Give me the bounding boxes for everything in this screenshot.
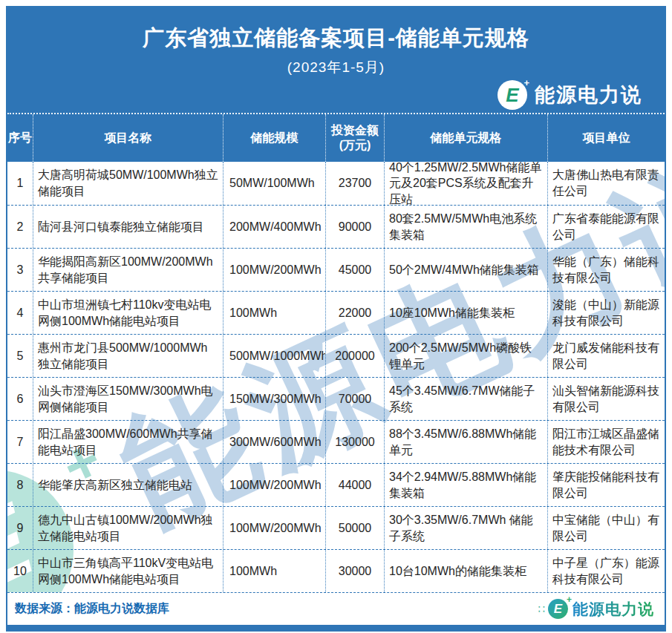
- cell-index: 10: [7, 550, 33, 592]
- cell-company: 龙门威发储能科技有限公司: [547, 335, 665, 377]
- cell-project-name: 惠州市龙门县500MW/1000MWh独立储能项目: [33, 335, 223, 377]
- col-header-investment: 投资金额 (万元): [325, 114, 384, 162]
- table-row: 8 华能肇庆高新区独立储能电站 100MW/200MWh 44000 34个2.…: [7, 463, 665, 506]
- cell-investment: 23700: [325, 162, 384, 205]
- cell-scale: 50MW/100MWh: [223, 162, 325, 205]
- col-header-scale: 储能规模: [223, 114, 325, 162]
- title-band: 广东省独立储能备案项目-储能单元规格 (2023年1-5月) E + 能源电力说: [7, 6, 665, 113]
- table-row: 9 德九中山古镇100MW/200MWh独立储能电站项目 100MW/200MW…: [7, 506, 665, 549]
- cell-unit-spec: 10台10MWh的储能集装柜: [384, 550, 547, 592]
- table-body: E + 能源电力说 1 大唐高明荷城50MW/100MWh独立储能项目 50MW…: [7, 162, 665, 592]
- table-row: 1 大唐高明荷城50MW/100MWh独立储能项目 50MW/100MWh 23…: [7, 162, 665, 205]
- data-source-label: 数据来源：能源电力说数据库: [15, 601, 169, 617]
- cell-unit-spec: 30个3.35MW/6.7MWh 储能子系统: [384, 507, 547, 549]
- cell-scale: 100MW/200MWh: [223, 507, 325, 549]
- cell-project-name: 德九中山古镇100MW/200MWh独立储能电站项目: [33, 507, 223, 549]
- cell-unit-spec: 40个1.25MW/2.5MWh储能单元及20套PCS系统及配套升压站: [384, 162, 547, 205]
- cell-index: 4: [7, 292, 33, 334]
- table-row: 3 华能揭阳高新区100MW/200MWh共享储能项目 100MW/200MWh…: [7, 248, 665, 291]
- cell-investment: 45000: [325, 249, 384, 291]
- col-header-unit-spec: 储能单元规格: [384, 114, 547, 162]
- cell-project-name: 大唐高明荷城50MW/100MWh独立储能项目: [33, 162, 223, 205]
- cell-scale: 500MW/1000MWh: [223, 335, 325, 377]
- bottom-accent-bar: [7, 625, 665, 632]
- cell-unit-spec: 50个2MW/4MWh储能集装箱: [384, 249, 547, 291]
- cell-index: 7: [7, 421, 33, 463]
- cell-project-name: 阳江晶盛300MW/600MWh共享储能电站项目: [33, 421, 223, 463]
- header-brand: E + 能源电力说: [498, 80, 642, 110]
- cell-investment: 130000: [325, 421, 384, 463]
- page-title: 广东省独立储能备案项目-储能单元规格: [7, 25, 665, 51]
- infographic-panel: 广东省独立储能备案项目-储能单元规格 (2023年1-5月) E + 能源电力说…: [6, 6, 666, 632]
- cell-index: 5: [7, 335, 33, 377]
- cell-project-name: 华能揭阳高新区100MW/200MWh共享储能项目: [33, 249, 223, 291]
- cell-unit-spec: 88个3.45MW/6.88MWh储能单元: [384, 421, 547, 463]
- cell-index: 9: [7, 507, 33, 549]
- cell-company: 中宝储能（中山）有限公司: [547, 507, 665, 549]
- cell-company: 阳江市江城区晶盛储能技术有限公司: [547, 421, 665, 463]
- cell-company: 大唐佛山热电有限责任公司: [547, 162, 665, 205]
- cell-scale: 150MW/300MWh: [223, 378, 325, 420]
- logo-plus-icon: +: [523, 77, 529, 88]
- footer-logo-letter: E: [554, 602, 562, 617]
- brand-logo-icon: E +: [498, 80, 527, 110]
- cell-project-name: 中山市三角镇高平110kV变电站电网侧100MWh储能电站项目: [33, 550, 223, 592]
- cell-index: 8: [7, 464, 33, 506]
- cell-investment: 50000: [325, 507, 384, 549]
- cell-unit-spec: 200个2.5MW/5MWh磷酸铁锂单元: [384, 335, 547, 377]
- cell-project-name: 中山市坦洲镇七村110kv变电站电网侧100MWh储能电站项目: [33, 292, 223, 334]
- logo-dots-icon: ∷: [538, 603, 544, 616]
- cell-company: 中子星（广东）能源科技有限公司: [547, 550, 665, 592]
- page-subtitle: (2023年1-5月): [7, 58, 665, 77]
- cell-investment: 90000: [325, 206, 384, 248]
- cell-company: 汕头智储新能源科技有限公司: [547, 378, 665, 420]
- logo-letter: E: [506, 84, 518, 107]
- footer-brand: ∷ E + 能源电力说: [538, 599, 654, 620]
- footer-logo-plus-icon: +: [567, 594, 572, 605]
- table-row: 6 汕头市澄海区150MW/300MWh电网侧储能项目 150MW/300MWh…: [7, 377, 665, 420]
- cell-scale: 300MW/600MWh: [223, 421, 325, 463]
- table-row: 7 阳江晶盛300MW/600MWh共享储能电站项目 300MW/600MWh …: [7, 420, 665, 463]
- cell-scale: 100MWh: [223, 550, 325, 592]
- cell-scale: 100MWh: [223, 292, 325, 334]
- cell-company: 浚能（中山）新能源科技有限公司: [547, 292, 665, 334]
- table-row: 4 中山市坦洲镇七村110kv变电站电网侧100MWh储能电站项目 100MWh…: [7, 291, 665, 334]
- cell-investment: 44000: [325, 464, 384, 506]
- table-row: 5 惠州市龙门县500MW/1000MWh独立储能项目 500MW/1000MW…: [7, 334, 665, 377]
- cell-index: 1: [7, 162, 33, 205]
- cell-company: 华能（广东）储能科技有限公司: [547, 249, 665, 291]
- cell-scale: 100MW/200MWh: [223, 249, 325, 291]
- cell-unit-spec: 34个2.94MW/5.88MWh储能集装箱: [384, 464, 547, 506]
- cell-investment: 30000: [325, 550, 384, 592]
- col-header-project-name: 项目名称: [33, 114, 223, 162]
- footer-row: 数据来源：能源电力说数据库 ∷ E + 能源电力说: [7, 592, 665, 625]
- table-header-row: 序号 项目名称 储能规模 投资金额 (万元) 储能单元规格 项目单位: [7, 113, 665, 162]
- table-row: 2 陆河县河口镇泰能独立储能项目 200MW/400MWh 90000 80套2…: [7, 205, 665, 248]
- brand-name: 能源电力说: [535, 82, 642, 108]
- cell-index: 3: [7, 249, 33, 291]
- footer-logo-icon: E +: [548, 599, 568, 619]
- cell-index: 6: [7, 378, 33, 420]
- cell-scale: 200MW/400MWh: [223, 206, 325, 248]
- cell-company: 肇庆能投储能科技有限公司: [547, 464, 665, 506]
- footer-brand-name: 能源电力说: [572, 599, 654, 620]
- cell-project-name: 华能肇庆高新区独立储能电站: [33, 464, 223, 506]
- cell-unit-spec: 10座10MWh储能集装柜: [384, 292, 547, 334]
- table-row: 10 中山市三角镇高平110kV变电站电网侧100MWh储能电站项目 100MW…: [7, 549, 665, 592]
- cell-investment: 22000: [325, 292, 384, 334]
- cell-unit-spec: 45个3.45MW/6.7MW储能子系统: [384, 378, 547, 420]
- cell-scale: 100MW/200MWh: [223, 464, 325, 506]
- cell-project-name: 汕头市澄海区150MW/300MWh电网侧储能项目: [33, 378, 223, 420]
- cell-project-name: 陆河县河口镇泰能独立储能项目: [33, 206, 223, 248]
- cell-unit-spec: 80套2.5MW/5MWh电池系统集装箱: [384, 206, 547, 248]
- cell-investment: 200000: [325, 335, 384, 377]
- cell-index: 2: [7, 206, 33, 248]
- col-header-company: 项目单位: [547, 114, 665, 162]
- cell-company: 广东省泰能能源有限公司: [547, 206, 665, 248]
- cell-investment: 70000: [325, 378, 384, 420]
- col-header-index: 序号: [7, 114, 33, 162]
